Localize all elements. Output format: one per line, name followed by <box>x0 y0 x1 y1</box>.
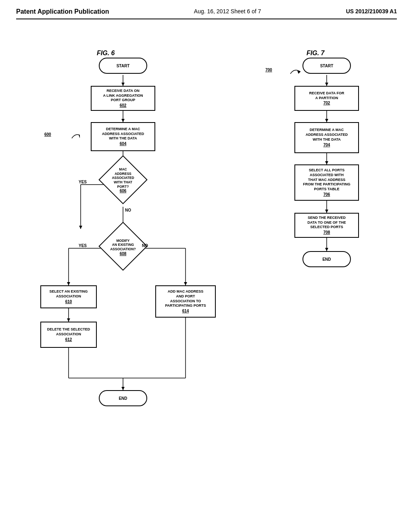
fig6-bracket <box>48 130 80 146</box>
fig6-node-602: RECEIVE DATA ONA LINK AGGREGATIONPORT GR… <box>91 86 155 111</box>
fig7-label: FIG. 7 <box>307 50 324 57</box>
fig6-label: FIG. 6 <box>97 50 115 57</box>
fig7-node-704: DETERMINE A MACADDRESS ASSOCIATEDWITH TH… <box>294 122 359 153</box>
svg-marker-34 <box>325 248 328 251</box>
fig6-node-610: SELECT AN EXISTINGASSOCIATION 610 <box>40 285 97 308</box>
svg-marker-15 <box>67 318 70 322</box>
fig6-node-608-label: MODIFYAN EXISTINGASSOCIATION? 608 <box>103 231 143 264</box>
svg-marker-28 <box>325 119 328 122</box>
svg-marker-24 <box>121 387 125 390</box>
svg-marker-30 <box>325 161 328 164</box>
svg-marker-26 <box>325 83 328 86</box>
fig6-yes1-label: YES <box>79 180 87 184</box>
page: Patent Application Publication Aug. 16, … <box>0 0 413 532</box>
fig6-node-614: ADD MAC ADDRESSAND PORTASSOCIATION TOPAR… <box>155 285 216 318</box>
fig6-yes2-label: YES <box>79 243 87 248</box>
fig6-node-604: DETERMINE A MACADDRESS ASSOCIATEDWITH TH… <box>91 122 155 151</box>
header-left: Patent Application Publication <box>16 8 109 15</box>
fig7-end: END <box>302 251 351 267</box>
fig6-node-606-label: MACADDRESSASSOCIATEDWITH THATPORT? 606 <box>103 164 143 197</box>
header-center: Aug. 16, 2012 Sheet 6 of 7 <box>194 8 261 15</box>
fig7-node-706: SELECT ALL PORTSASSOCIATED WITHTHAT MAC … <box>294 164 359 201</box>
fig7-node-708: SEND THE RECEIVEDDATA TO ONE OF THESELEC… <box>294 213 359 238</box>
fig7-node-702: RECEIVE DATA FORA PARTITION 702 <box>294 86 359 111</box>
svg-marker-13 <box>67 282 70 285</box>
fig7-start: START <box>302 58 351 74</box>
svg-marker-35 <box>79 135 80 138</box>
fig6-start: START <box>99 58 147 74</box>
fig6-no1-label: NO <box>125 208 131 212</box>
svg-marker-18 <box>184 282 187 285</box>
fig6-no2-label: NO <box>142 243 148 248</box>
fig6-node-612: DELETE THE SELECTEDASSOCIATION 612 <box>40 322 97 348</box>
header-right: US 2012/210039 A1 <box>346 8 397 15</box>
svg-marker-1 <box>121 83 125 86</box>
header: Patent Application Publication Aug. 16, … <box>16 8 397 19</box>
svg-marker-32 <box>325 210 328 213</box>
fig6-end: END <box>99 390 147 406</box>
fig7-bracket <box>268 66 300 82</box>
svg-marker-3 <box>121 119 125 122</box>
diagram-area: FIG. 6 600 START RECEIVE DATA ONA LINK A… <box>16 27 403 511</box>
svg-marker-8 <box>79 226 82 229</box>
